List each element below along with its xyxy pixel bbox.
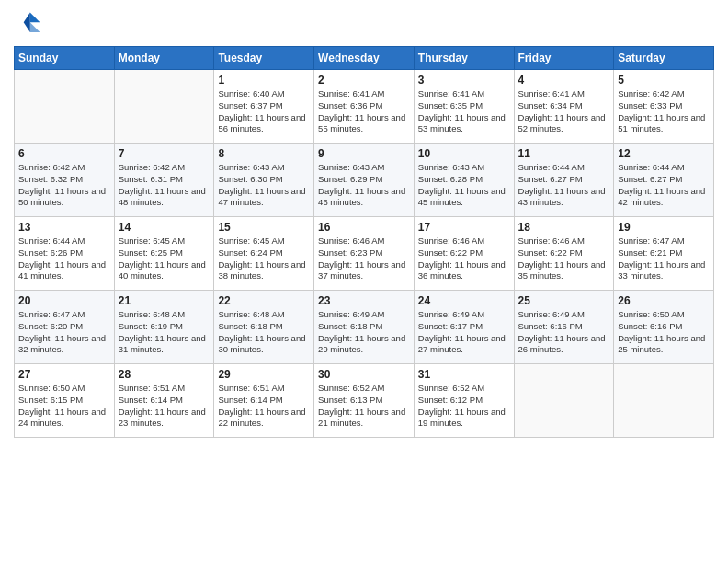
day-info: Sunrise: 6:44 AM Sunset: 6:27 PM Dayligh… bbox=[618, 162, 710, 209]
day-info: Sunrise: 6:45 AM Sunset: 6:25 PM Dayligh… bbox=[119, 236, 210, 282]
day-info: Sunrise: 6:42 AM Sunset: 6:31 PM Dayligh… bbox=[119, 162, 210, 209]
calendar-body: 1Sunrise: 6:40 AM Sunset: 6:37 PM Daylig… bbox=[15, 70, 714, 438]
calendar-cell: 9Sunrise: 6:43 AM Sunset: 6:29 PM Daylig… bbox=[314, 144, 415, 217]
day-number: 21 bbox=[119, 294, 210, 307]
day-info: Sunrise: 6:41 AM Sunset: 6:36 PM Dayligh… bbox=[318, 88, 410, 135]
day-number: 25 bbox=[518, 294, 610, 307]
calendar-cell: 1Sunrise: 6:40 AM Sunset: 6:37 PM Daylig… bbox=[214, 70, 314, 144]
weekday-header-wednesday: Wednesday bbox=[314, 47, 415, 70]
day-info: Sunrise: 6:51 AM Sunset: 6:14 PM Dayligh… bbox=[119, 383, 210, 430]
day-info: Sunrise: 6:40 AM Sunset: 6:37 PM Dayligh… bbox=[218, 88, 310, 135]
day-number: 24 bbox=[418, 294, 510, 307]
day-number: 1 bbox=[218, 74, 310, 86]
calendar-cell: 12Sunrise: 6:44 AM Sunset: 6:27 PM Dayli… bbox=[614, 144, 714, 217]
calendar-cell: 18Sunrise: 6:46 AM Sunset: 6:22 PM Dayli… bbox=[514, 217, 614, 291]
day-number: 7 bbox=[119, 147, 210, 160]
day-info: Sunrise: 6:46 AM Sunset: 6:22 PM Dayligh… bbox=[418, 236, 510, 282]
weekday-header-friday: Friday bbox=[514, 47, 614, 70]
day-info: Sunrise: 6:46 AM Sunset: 6:22 PM Dayligh… bbox=[518, 236, 610, 282]
day-number: 3 bbox=[418, 74, 510, 86]
calendar-cell: 26Sunrise: 6:50 AM Sunset: 6:16 PM Dayli… bbox=[614, 291, 714, 364]
weekday-header-tuesday: Tuesday bbox=[214, 47, 314, 70]
day-number: 6 bbox=[18, 147, 110, 160]
calendar-cell bbox=[614, 364, 714, 438]
calendar-cell: 16Sunrise: 6:46 AM Sunset: 6:23 PM Dayli… bbox=[314, 217, 415, 291]
calendar-cell: 15Sunrise: 6:45 AM Sunset: 6:24 PM Dayli… bbox=[214, 217, 314, 291]
day-number: 16 bbox=[318, 221, 410, 234]
day-info: Sunrise: 6:52 AM Sunset: 6:12 PM Dayligh… bbox=[418, 383, 510, 430]
day-info: Sunrise: 6:49 AM Sunset: 6:17 PM Dayligh… bbox=[418, 309, 510, 356]
day-number: 12 bbox=[618, 147, 710, 160]
day-number: 28 bbox=[119, 368, 210, 381]
weekday-header-thursday: Thursday bbox=[414, 47, 514, 70]
day-info: Sunrise: 6:43 AM Sunset: 6:29 PM Dayligh… bbox=[318, 162, 410, 209]
day-info: Sunrise: 6:46 AM Sunset: 6:23 PM Dayligh… bbox=[318, 236, 410, 282]
day-number: 8 bbox=[218, 147, 310, 160]
calendar-cell: 31Sunrise: 6:52 AM Sunset: 6:12 PM Dayli… bbox=[414, 364, 514, 438]
calendar-cell: 7Sunrise: 6:42 AM Sunset: 6:31 PM Daylig… bbox=[114, 144, 214, 217]
calendar-week-1: 1Sunrise: 6:40 AM Sunset: 6:37 PM Daylig… bbox=[15, 70, 714, 144]
calendar-week-4: 20Sunrise: 6:47 AM Sunset: 6:20 PM Dayli… bbox=[15, 291, 714, 364]
calendar-cell: 10Sunrise: 6:43 AM Sunset: 6:28 PM Dayli… bbox=[414, 144, 514, 217]
logo bbox=[14, 9, 47, 39]
calendar-cell: 19Sunrise: 6:47 AM Sunset: 6:21 PM Dayli… bbox=[614, 217, 714, 291]
day-info: Sunrise: 6:41 AM Sunset: 6:34 PM Dayligh… bbox=[518, 88, 610, 135]
day-info: Sunrise: 6:44 AM Sunset: 6:26 PM Dayligh… bbox=[18, 236, 110, 282]
svg-marker-0 bbox=[30, 13, 40, 23]
day-info: Sunrise: 6:50 AM Sunset: 6:15 PM Dayligh… bbox=[18, 383, 110, 430]
day-number: 4 bbox=[518, 74, 610, 86]
calendar-cell: 2Sunrise: 6:41 AM Sunset: 6:36 PM Daylig… bbox=[314, 70, 415, 144]
header bbox=[14, 9, 714, 39]
day-number: 22 bbox=[218, 294, 310, 307]
day-info: Sunrise: 6:45 AM Sunset: 6:24 PM Dayligh… bbox=[218, 236, 310, 282]
calendar-week-3: 13Sunrise: 6:44 AM Sunset: 6:26 PM Dayli… bbox=[15, 217, 714, 291]
day-number: 27 bbox=[18, 368, 110, 381]
calendar-cell: 8Sunrise: 6:43 AM Sunset: 6:30 PM Daylig… bbox=[214, 144, 314, 217]
calendar-cell: 17Sunrise: 6:46 AM Sunset: 6:22 PM Dayli… bbox=[414, 217, 514, 291]
day-number: 23 bbox=[318, 294, 410, 307]
calendar-cell: 27Sunrise: 6:50 AM Sunset: 6:15 PM Dayli… bbox=[15, 364, 115, 438]
day-info: Sunrise: 6:47 AM Sunset: 6:20 PM Dayligh… bbox=[18, 309, 110, 356]
day-info: Sunrise: 6:48 AM Sunset: 6:19 PM Dayligh… bbox=[119, 309, 210, 356]
calendar-cell: 4Sunrise: 6:41 AM Sunset: 6:34 PM Daylig… bbox=[514, 70, 614, 144]
day-number: 30 bbox=[318, 368, 410, 381]
calendar-cell bbox=[114, 70, 214, 144]
day-info: Sunrise: 6:42 AM Sunset: 6:33 PM Dayligh… bbox=[618, 88, 710, 135]
svg-marker-2 bbox=[24, 13, 30, 32]
day-number: 18 bbox=[518, 221, 610, 234]
calendar-cell: 13Sunrise: 6:44 AM Sunset: 6:26 PM Dayli… bbox=[15, 217, 115, 291]
weekday-header-monday: Monday bbox=[114, 47, 214, 70]
calendar-cell: 11Sunrise: 6:44 AM Sunset: 6:27 PM Dayli… bbox=[514, 144, 614, 217]
day-info: Sunrise: 6:41 AM Sunset: 6:35 PM Dayligh… bbox=[418, 88, 510, 135]
calendar-header: SundayMondayTuesdayWednesdayThursdayFrid… bbox=[15, 47, 714, 70]
weekday-header-sunday: Sunday bbox=[15, 47, 115, 70]
weekday-header-saturday: Saturday bbox=[614, 47, 714, 70]
day-info: Sunrise: 6:42 AM Sunset: 6:32 PM Dayligh… bbox=[18, 162, 110, 209]
day-info: Sunrise: 6:50 AM Sunset: 6:16 PM Dayligh… bbox=[618, 309, 710, 356]
day-number: 2 bbox=[318, 74, 410, 86]
day-info: Sunrise: 6:49 AM Sunset: 6:16 PM Dayligh… bbox=[518, 309, 610, 356]
calendar-cell: 5Sunrise: 6:42 AM Sunset: 6:33 PM Daylig… bbox=[614, 70, 714, 144]
calendar-cell: 21Sunrise: 6:48 AM Sunset: 6:19 PM Dayli… bbox=[114, 291, 214, 364]
day-number: 15 bbox=[218, 221, 310, 234]
calendar-cell: 30Sunrise: 6:52 AM Sunset: 6:13 PM Dayli… bbox=[314, 364, 415, 438]
day-info: Sunrise: 6:47 AM Sunset: 6:21 PM Dayligh… bbox=[618, 236, 710, 282]
page: SundayMondayTuesdayWednesdayThursdayFrid… bbox=[0, 0, 728, 563]
day-number: 17 bbox=[418, 221, 510, 234]
day-number: 29 bbox=[218, 368, 310, 381]
day-number: 19 bbox=[618, 221, 710, 234]
day-info: Sunrise: 6:51 AM Sunset: 6:14 PM Dayligh… bbox=[218, 383, 310, 430]
day-info: Sunrise: 6:52 AM Sunset: 6:13 PM Dayligh… bbox=[318, 383, 410, 430]
calendar-cell: 6Sunrise: 6:42 AM Sunset: 6:32 PM Daylig… bbox=[15, 144, 115, 217]
calendar-cell: 29Sunrise: 6:51 AM Sunset: 6:14 PM Dayli… bbox=[214, 364, 314, 438]
calendar-cell bbox=[15, 70, 115, 144]
calendar-cell: 3Sunrise: 6:41 AM Sunset: 6:35 PM Daylig… bbox=[414, 70, 514, 144]
day-number: 14 bbox=[119, 221, 210, 234]
day-number: 20 bbox=[18, 294, 110, 307]
calendar-week-5: 27Sunrise: 6:50 AM Sunset: 6:15 PM Dayli… bbox=[15, 364, 714, 438]
logo-icon bbox=[14, 9, 43, 39]
calendar-table: SundayMondayTuesdayWednesdayThursdayFrid… bbox=[14, 46, 714, 438]
day-number: 5 bbox=[618, 74, 710, 86]
calendar-cell: 24Sunrise: 6:49 AM Sunset: 6:17 PM Dayli… bbox=[414, 291, 514, 364]
day-info: Sunrise: 6:43 AM Sunset: 6:30 PM Dayligh… bbox=[218, 162, 310, 209]
